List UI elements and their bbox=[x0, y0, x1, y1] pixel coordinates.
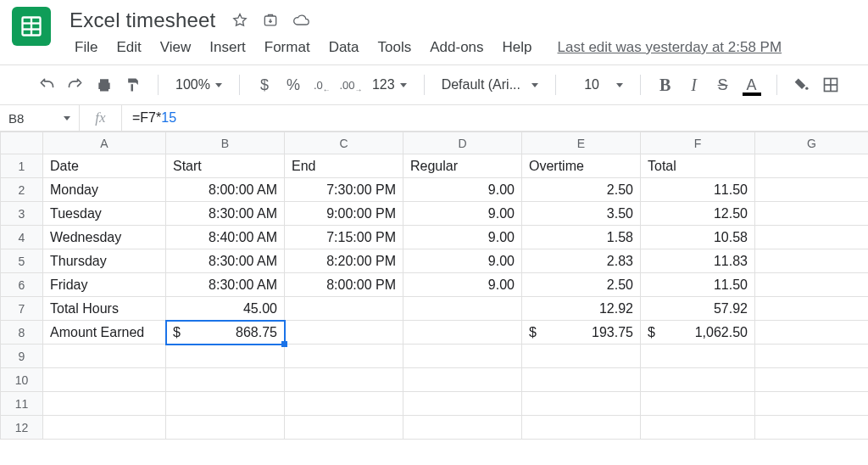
last-edit-link[interactable]: Last edit was yesterday at 2:58 PM bbox=[558, 39, 782, 56]
font-select[interactable]: Default (Ari... bbox=[437, 74, 543, 96]
menu-addons[interactable]: Add-ons bbox=[421, 36, 492, 59]
cell-A8[interactable]: Amount Earned bbox=[43, 321, 166, 345]
cell-E8[interactable]: $193.75 bbox=[522, 321, 641, 345]
cell-C10[interactable] bbox=[285, 368, 403, 392]
menu-file[interactable]: File bbox=[66, 36, 106, 59]
cell-G6[interactable] bbox=[755, 273, 869, 297]
row-header-7[interactable]: 7 bbox=[1, 297, 43, 321]
cell-E3[interactable]: 3.50 bbox=[522, 202, 641, 226]
cell-D12[interactable] bbox=[403, 416, 522, 440]
cell-G3[interactable] bbox=[755, 202, 869, 226]
cell-G8[interactable] bbox=[755, 321, 869, 345]
cell-B5[interactable]: 8:30:00 AM bbox=[166, 249, 285, 273]
decrease-decimal-button[interactable]: .0← bbox=[309, 72, 335, 98]
cell-F4[interactable]: 10.58 bbox=[641, 226, 755, 249]
cloud-status-icon[interactable] bbox=[292, 11, 310, 30]
text-color-button[interactable]: A bbox=[739, 72, 765, 98]
cell-E11[interactable] bbox=[522, 392, 641, 416]
sheets-logo-icon[interactable] bbox=[12, 7, 51, 46]
borders-button[interactable] bbox=[818, 72, 843, 98]
row-header-2[interactable]: 2 bbox=[1, 178, 43, 202]
cell-B10[interactable] bbox=[166, 368, 285, 392]
row-header-8[interactable]: 8 bbox=[1, 321, 43, 345]
cell-E4[interactable]: 1.58 bbox=[522, 226, 641, 249]
increase-decimal-button[interactable]: .00→ bbox=[338, 72, 364, 98]
cell-G2[interactable] bbox=[755, 178, 869, 202]
undo-icon[interactable] bbox=[34, 72, 59, 98]
menu-insert[interactable]: Insert bbox=[201, 36, 254, 59]
cell-C4[interactable]: 7:15:00 PM bbox=[285, 226, 403, 249]
row-header-12[interactable]: 12 bbox=[1, 416, 43, 440]
print-icon[interactable] bbox=[92, 72, 117, 98]
column-header-A[interactable]: A bbox=[43, 132, 166, 154]
row-header-4[interactable]: 4 bbox=[1, 226, 43, 249]
column-header-G[interactable]: G bbox=[755, 132, 869, 154]
cell-F12[interactable] bbox=[641, 416, 755, 440]
cell-C7[interactable] bbox=[285, 297, 403, 321]
column-header-F[interactable]: F bbox=[641, 132, 755, 154]
cell-A3[interactable]: Tuesday bbox=[43, 202, 166, 226]
cell-F8[interactable]: $1,062.50 bbox=[641, 321, 755, 345]
cell-E7[interactable]: 12.92 bbox=[522, 297, 641, 321]
cell-B1[interactable]: Start bbox=[166, 154, 285, 178]
cell-D11[interactable] bbox=[403, 392, 522, 416]
cell-F9[interactable] bbox=[641, 345, 755, 368]
cell-A6[interactable]: Friday bbox=[43, 273, 166, 297]
column-header-B[interactable]: B bbox=[166, 132, 285, 154]
italic-button[interactable]: I bbox=[682, 72, 707, 98]
cell-C6[interactable]: 8:00:00 PM bbox=[285, 273, 403, 297]
row-header-9[interactable]: 9 bbox=[1, 345, 43, 368]
cell-D8[interactable] bbox=[403, 321, 522, 345]
cell-D2[interactable]: 9.00 bbox=[403, 178, 522, 202]
cell-G7[interactable] bbox=[755, 297, 869, 321]
cell-F5[interactable]: 11.83 bbox=[641, 249, 755, 273]
cell-B3[interactable]: 8:30:00 AM bbox=[166, 202, 285, 226]
row-header-5[interactable]: 5 bbox=[1, 249, 43, 273]
cell-F7[interactable]: 57.92 bbox=[641, 297, 755, 321]
cell-C2[interactable]: 7:30:00 PM bbox=[285, 178, 403, 202]
column-header-C[interactable]: C bbox=[285, 132, 403, 154]
cell-A12[interactable] bbox=[43, 416, 166, 440]
strikethrough-button[interactable]: S bbox=[710, 72, 736, 98]
menu-tools[interactable]: Tools bbox=[370, 36, 420, 59]
fill-color-button[interactable] bbox=[789, 72, 815, 98]
cell-C11[interactable] bbox=[285, 392, 403, 416]
redo-icon[interactable] bbox=[63, 72, 88, 98]
menu-format[interactable]: Format bbox=[256, 36, 319, 59]
cell-E6[interactable]: 2.50 bbox=[522, 273, 641, 297]
cell-B2[interactable]: 8:00:00 AM bbox=[166, 178, 285, 202]
cell-C9[interactable] bbox=[285, 345, 403, 368]
zoom-select[interactable]: 100% bbox=[170, 74, 227, 96]
cell-E2[interactable]: 2.50 bbox=[522, 178, 641, 202]
cell-D10[interactable] bbox=[403, 368, 522, 392]
cell-A2[interactable]: Monday bbox=[43, 178, 166, 202]
cell-A9[interactable] bbox=[43, 345, 166, 368]
cell-F11[interactable] bbox=[641, 392, 755, 416]
percent-button[interactable]: % bbox=[281, 72, 306, 98]
cell-F6[interactable]: 11.50 bbox=[641, 273, 755, 297]
cell-C8[interactable] bbox=[285, 321, 403, 345]
formula-input[interactable]: =F7*15 bbox=[122, 110, 868, 126]
menu-data[interactable]: Data bbox=[320, 36, 368, 59]
doc-title[interactable]: Excel timesheet bbox=[66, 7, 219, 34]
paint-format-icon[interactable] bbox=[120, 72, 146, 98]
cell-C1[interactable]: End bbox=[285, 154, 403, 178]
font-size-select[interactable]: 10 bbox=[568, 74, 628, 96]
cell-E9[interactable] bbox=[522, 345, 641, 368]
cell-B6[interactable]: 8:30:00 AM bbox=[166, 273, 285, 297]
cell-B4[interactable]: 8:40:00 AM bbox=[166, 226, 285, 249]
cell-F3[interactable]: 12.50 bbox=[641, 202, 755, 226]
row-header-10[interactable]: 10 bbox=[1, 368, 43, 392]
row-header-6[interactable]: 6 bbox=[1, 273, 43, 297]
cell-B7[interactable]: 45.00 bbox=[166, 297, 285, 321]
currency-button[interactable]: $ bbox=[252, 72, 277, 98]
cell-D5[interactable]: 9.00 bbox=[403, 249, 522, 273]
cell-B8[interactable]: $868.75 bbox=[166, 321, 285, 345]
menu-help[interactable]: Help bbox=[494, 36, 541, 59]
more-formats-button[interactable]: 123 bbox=[367, 74, 412, 96]
cell-D1[interactable]: Regular bbox=[403, 154, 522, 178]
cell-D3[interactable]: 9.00 bbox=[403, 202, 522, 226]
cell-D7[interactable] bbox=[403, 297, 522, 321]
spreadsheet-grid[interactable]: ABCDEFG 1DateStartEndRegularOvertimeTota… bbox=[0, 132, 868, 440]
cell-A1[interactable]: Date bbox=[43, 154, 166, 178]
